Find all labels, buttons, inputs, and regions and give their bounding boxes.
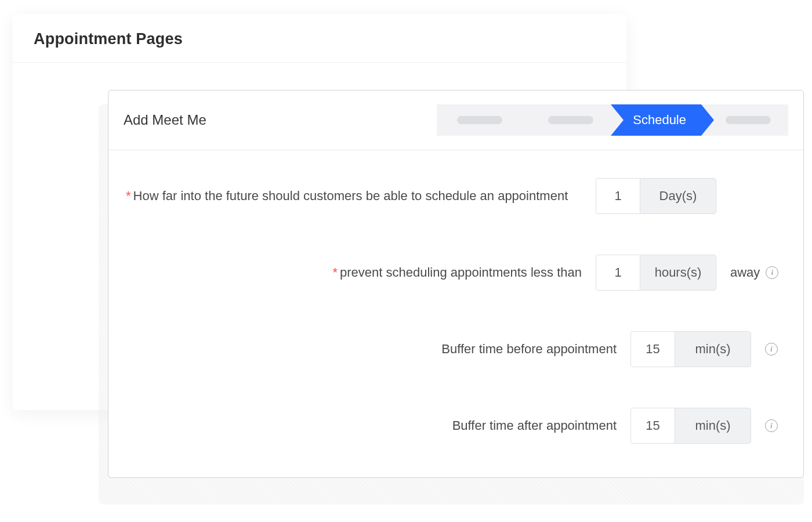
buffer-before-value-input[interactable] — [630, 331, 675, 367]
value-unit-group: min(s) — [630, 408, 751, 444]
min-notice-trailer: away i — [730, 265, 788, 280]
page-title: Appointment Pages — [34, 30, 606, 48]
future-window-unit-select[interactable]: Day(s) — [640, 178, 716, 214]
wizard-step-placeholder-icon — [548, 116, 593, 124]
wizard-step-placeholder-icon — [726, 116, 771, 124]
info-icon[interactable]: i — [765, 419, 778, 432]
add-meet-me-modal: Add Meet Me Schedule *How far into the f… — [108, 90, 804, 478]
modal-header: Add Meet Me Schedule — [108, 90, 803, 150]
wizard-step-4[interactable] — [701, 104, 788, 136]
wizard-steps: Schedule — [437, 104, 788, 136]
value-unit-group: min(s) — [630, 331, 751, 367]
field-label: Buffer time after appointment — [124, 415, 617, 436]
field-label: *prevent scheduling appointments less th… — [124, 262, 582, 283]
info-icon[interactable]: i — [766, 266, 778, 279]
buffer-before-unit-select[interactable]: min(s) — [675, 331, 751, 367]
field-future-window: *How far into the future should customer… — [124, 178, 788, 214]
wizard-step-schedule[interactable]: Schedule — [611, 104, 701, 136]
field-label: *How far into the future should customer… — [124, 185, 582, 206]
buffer-before-trailer: i — [765, 343, 788, 356]
field-buffer-after: Buffer time after appointment min(s) i — [124, 408, 788, 444]
buffer-after-unit-select[interactable]: min(s) — [675, 408, 751, 444]
value-unit-group: Day(s) — [596, 178, 716, 214]
modal-body: *How far into the future should customer… — [108, 150, 803, 477]
value-unit-group: hours(s) — [596, 255, 716, 291]
field-label: Buffer time before appointment — [124, 338, 617, 360]
wizard-step-placeholder-icon — [457, 116, 502, 124]
modal-title: Add Meet Me — [124, 112, 206, 128]
wizard-step-2[interactable] — [524, 104, 611, 136]
required-asterisk: * — [126, 188, 131, 203]
buffer-after-trailer: i — [765, 419, 788, 432]
wizard-step-label: Schedule — [633, 113, 686, 128]
info-icon[interactable]: i — [765, 343, 778, 356]
required-asterisk: * — [332, 265, 338, 280]
field-min-notice: *prevent scheduling appointments less th… — [124, 255, 788, 291]
wizard-step-1[interactable] — [437, 104, 524, 136]
min-notice-unit-select[interactable]: hours(s) — [640, 255, 716, 291]
buffer-after-value-input[interactable] — [630, 408, 675, 444]
trailing-text: away — [730, 265, 760, 280]
field-buffer-before: Buffer time before appointment min(s) i — [124, 331, 788, 367]
future-window-value-input[interactable] — [596, 178, 640, 214]
divider — [13, 62, 626, 63]
min-notice-value-input[interactable] — [596, 255, 640, 291]
